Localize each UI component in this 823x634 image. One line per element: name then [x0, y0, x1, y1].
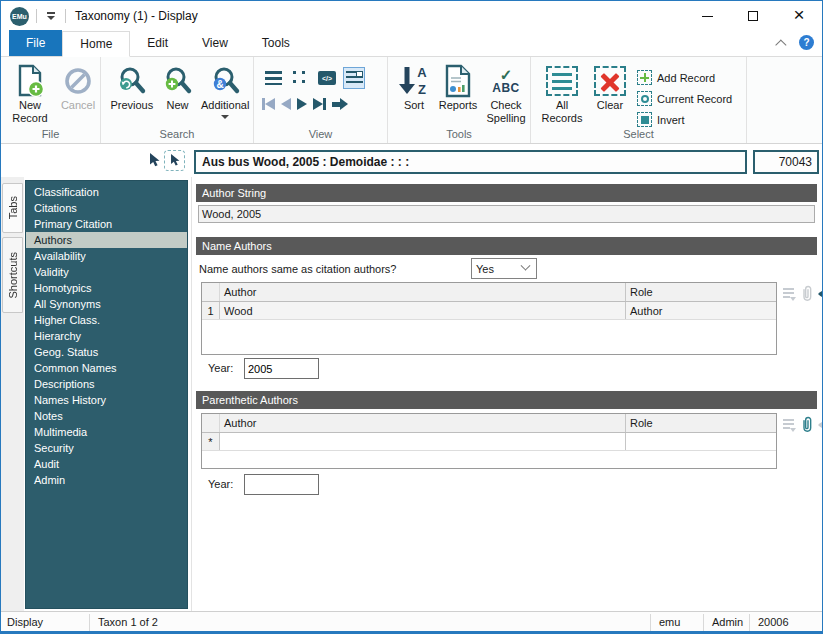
- sidebar-item-availability[interactable]: Availability: [26, 248, 187, 264]
- side-tab-shortcuts[interactable]: Shortcuts: [2, 237, 23, 313]
- invert-selection-button[interactable]: Invert: [637, 109, 732, 130]
- sidebar-item-higher-class[interactable]: Higher Class.: [26, 312, 187, 328]
- ditto-icon[interactable]: [783, 287, 796, 301]
- tab-file[interactable]: File: [9, 30, 62, 56]
- role-cell[interactable]: [626, 433, 776, 450]
- ribbon-spacer: [747, 57, 822, 143]
- side-tab-tabs-label: Tabs: [7, 196, 19, 219]
- attach-icon[interactable]: [799, 415, 814, 434]
- same-authors-dropdown[interactable]: Yes: [471, 258, 537, 279]
- author-cell[interactable]: [220, 433, 626, 450]
- sidebar-item-security[interactable]: Security: [26, 440, 187, 456]
- check-spelling-button[interactable]: Check Spelling: [482, 61, 530, 125]
- chevron-down-icon: [521, 261, 531, 271]
- additional-search-icon: &: [210, 63, 241, 99]
- view-attachment-eye-icon[interactable]: [817, 287, 823, 301]
- add-record-button[interactable]: Add Record: [637, 67, 732, 88]
- reports-button[interactable]: Reports: [434, 61, 482, 112]
- previous-search-button[interactable]: Previous: [106, 61, 158, 112]
- attach-icon[interactable]: [799, 284, 814, 303]
- tab-view[interactable]: View: [185, 30, 245, 56]
- goto-record-button[interactable]: [332, 98, 348, 110]
- sidebar-item-hierarchy[interactable]: Hierarchy: [26, 328, 187, 344]
- code-view-button[interactable]: [316, 67, 338, 89]
- view-attachment-eye-icon[interactable]: [817, 418, 823, 432]
- author-column-header: Author: [220, 414, 626, 432]
- author-cell[interactable]: Wood: [220, 302, 626, 319]
- name-authors-table-header: Author Role: [202, 283, 776, 302]
- ribbon-group-view: View: [254, 57, 388, 143]
- tab-tools[interactable]: Tools: [245, 30, 307, 56]
- list-view-button[interactable]: [262, 67, 284, 89]
- sidebar-item-citations[interactable]: Citations: [26, 200, 187, 216]
- side-tab-tabs[interactable]: Tabs: [2, 183, 23, 233]
- sidebar-item-authors[interactable]: Authors: [26, 232, 187, 248]
- new-record-button[interactable]: New Record: [4, 61, 56, 125]
- name-year-field[interactable]: [244, 358, 319, 379]
- sort-button[interactable]: A Z Sort: [394, 61, 434, 112]
- row-number-header: [202, 414, 220, 432]
- role-cell[interactable]: Author: [626, 302, 776, 319]
- first-record-button[interactable]: [262, 98, 275, 110]
- last-record-button[interactable]: [313, 98, 326, 110]
- invert-selection-label: Invert: [657, 114, 685, 126]
- help-icon[interactable]: [799, 35, 814, 50]
- sidebar-item-names-history[interactable]: Names History: [26, 392, 187, 408]
- next-record-button[interactable]: [297, 98, 307, 110]
- cancel-label: Cancel: [61, 99, 95, 112]
- maximize-button[interactable]: [730, 1, 776, 31]
- row-number-cell: 1: [202, 302, 220, 319]
- name-authors-table-tools: [783, 284, 823, 303]
- sidebar-item-all-synonyms[interactable]: All Synonyms: [26, 296, 187, 312]
- splitter[interactable]: [191, 177, 192, 611]
- sidebar-item-multimedia[interactable]: Multimedia: [26, 424, 187, 440]
- quick-access-toolbar-dropdown-icon[interactable]: [44, 10, 58, 22]
- close-button[interactable]: [776, 1, 822, 31]
- record-number-box: 70043: [753, 150, 819, 174]
- details-view-button[interactable]: [343, 67, 365, 89]
- sidebar-item-audit[interactable]: Audit: [26, 456, 187, 472]
- tab-home[interactable]: Home: [62, 31, 130, 57]
- emu-logo-text: EMu: [12, 13, 27, 20]
- previous-search-label: Previous: [110, 99, 153, 112]
- additional-search-button[interactable]: & Additional: [197, 61, 253, 119]
- emu-logo-icon[interactable]: EMu: [10, 7, 29, 26]
- name-year-label: Year:: [208, 362, 233, 374]
- tab-edit[interactable]: Edit: [130, 30, 185, 56]
- sidebar-item-validity[interactable]: Validity: [26, 264, 187, 280]
- sidebar-item-homotypics[interactable]: Homotypics: [26, 280, 187, 296]
- record-number-text: 70043: [779, 155, 812, 169]
- sidebar-item-primary-citation[interactable]: Primary Citation: [26, 216, 187, 232]
- cancel-button[interactable]: Cancel: [56, 61, 100, 112]
- contact-sheet-view-button[interactable]: [289, 67, 311, 89]
- select-pointer-icon[interactable]: [164, 150, 185, 171]
- current-record-button[interactable]: Current Record: [637, 88, 732, 109]
- previous-record-button[interactable]: [281, 98, 291, 110]
- pointer-cursor-icon[interactable]: [147, 152, 162, 171]
- parenthetic-authors-table-row[interactable]: *: [202, 433, 776, 451]
- grid-view-icon: [293, 71, 308, 86]
- ribbon-group-search: Previous New: [101, 57, 254, 143]
- record-summary-box: Aus bus Wood, 2005 : Demoidae : : :: [194, 150, 747, 174]
- sidebar-item-classification[interactable]: Classification: [26, 184, 187, 200]
- sidebar-item-admin[interactable]: Admin: [26, 472, 187, 488]
- all-records-button[interactable]: All Records: [537, 61, 587, 125]
- name-authors-table-row[interactable]: 1 Wood Author: [202, 302, 776, 320]
- status-separator: [650, 614, 651, 631]
- ditto-icon[interactable]: [783, 418, 796, 432]
- new-search-button[interactable]: New: [158, 61, 198, 112]
- sidebar-item-geog-status[interactable]: Geog. Status: [26, 344, 187, 360]
- add-record-label: Add Record: [657, 72, 715, 84]
- author-string-field[interactable]: Wood, 2005: [198, 205, 815, 223]
- current-record-label: Current Record: [657, 93, 732, 105]
- minimize-button[interactable]: [684, 1, 730, 31]
- maximize-icon: [748, 11, 758, 21]
- sidebar-item-descriptions[interactable]: Descriptions: [26, 376, 187, 392]
- sidebar-item-common-names[interactable]: Common Names: [26, 360, 187, 376]
- clear-selection-button[interactable]: Clear: [587, 61, 633, 112]
- author-column-header: Author: [220, 283, 626, 301]
- sidebar-item-notes[interactable]: Notes: [26, 408, 187, 424]
- parenthetic-year-field[interactable]: [244, 474, 319, 495]
- parenthetic-authors-table: Author Role *: [201, 413, 777, 469]
- status-separator: [749, 614, 750, 631]
